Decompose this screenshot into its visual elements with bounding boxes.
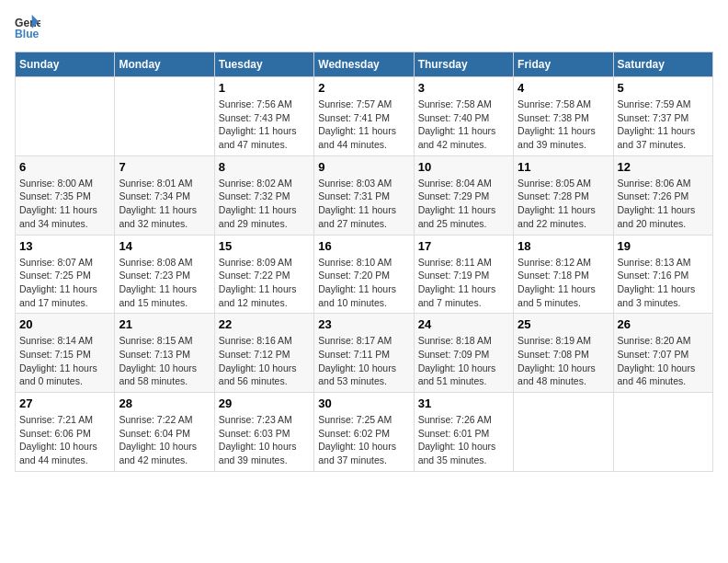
day-number: 22	[219, 317, 310, 331]
calendar-cell: 7Sunrise: 8:01 AM Sunset: 7:34 PM Daylig…	[115, 155, 214, 235]
header-day-friday: Friday	[514, 52, 613, 77]
calendar-cell: 13Sunrise: 8:07 AM Sunset: 7:25 PM Dayli…	[16, 235, 115, 314]
day-number: 21	[119, 317, 210, 331]
calendar-cell: 27Sunrise: 7:21 AM Sunset: 6:06 PM Dayli…	[16, 393, 115, 472]
day-number: 24	[418, 317, 509, 331]
calendar-cell: 9Sunrise: 8:03 AM Sunset: 7:31 PM Daylig…	[314, 155, 414, 235]
logo: General Blue	[15, 15, 44, 40]
day-number: 20	[19, 317, 110, 331]
day-info: Sunrise: 8:19 AM Sunset: 7:08 PM Dayligh…	[518, 334, 609, 388]
day-number: 16	[318, 239, 409, 253]
day-info: Sunrise: 8:12 AM Sunset: 7:18 PM Dayligh…	[518, 256, 609, 310]
calendar-cell: 8Sunrise: 8:02 AM Sunset: 7:32 PM Daylig…	[214, 155, 313, 235]
calendar-header-row: SundayMondayTuesdayWednesdayThursdayFrid…	[16, 52, 713, 77]
day-number: 8	[219, 160, 310, 174]
calendar-week-3: 13Sunrise: 8:07 AM Sunset: 7:25 PM Dayli…	[16, 235, 713, 314]
logo-icon: General Blue	[15, 15, 40, 40]
header-day-tuesday: Tuesday	[214, 52, 313, 77]
header-day-saturday: Saturday	[613, 52, 712, 77]
day-info: Sunrise: 8:18 AM Sunset: 7:09 PM Dayligh…	[418, 334, 509, 388]
day-number: 15	[219, 239, 310, 253]
day-info: Sunrise: 8:16 AM Sunset: 7:12 PM Dayligh…	[219, 334, 310, 388]
calendar-cell	[613, 393, 712, 472]
day-info: Sunrise: 8:14 AM Sunset: 7:15 PM Dayligh…	[19, 334, 110, 388]
day-info: Sunrise: 8:08 AM Sunset: 7:23 PM Dayligh…	[119, 256, 210, 310]
calendar-cell: 19Sunrise: 8:13 AM Sunset: 7:16 PM Dayli…	[613, 235, 712, 314]
day-number: 30	[318, 396, 409, 410]
day-info: Sunrise: 8:00 AM Sunset: 7:35 PM Dayligh…	[19, 177, 110, 231]
day-info: Sunrise: 7:21 AM Sunset: 6:06 PM Dayligh…	[19, 413, 110, 467]
calendar-cell: 18Sunrise: 8:12 AM Sunset: 7:18 PM Dayli…	[514, 235, 613, 314]
calendar-cell: 3Sunrise: 7:58 AM Sunset: 7:40 PM Daylig…	[414, 77, 513, 156]
calendar-cell: 16Sunrise: 8:10 AM Sunset: 7:20 PM Dayli…	[314, 235, 414, 314]
day-info: Sunrise: 7:58 AM Sunset: 7:38 PM Dayligh…	[518, 98, 609, 152]
day-info: Sunrise: 8:11 AM Sunset: 7:19 PM Dayligh…	[418, 256, 509, 310]
day-number: 2	[318, 81, 409, 95]
calendar-table: SundayMondayTuesdayWednesdayThursdayFrid…	[15, 52, 713, 472]
calendar-cell: 11Sunrise: 8:05 AM Sunset: 7:28 PM Dayli…	[514, 155, 613, 235]
day-info: Sunrise: 8:03 AM Sunset: 7:31 PM Dayligh…	[318, 177, 409, 231]
calendar-week-4: 20Sunrise: 8:14 AM Sunset: 7:15 PM Dayli…	[16, 314, 713, 393]
calendar-week-2: 6Sunrise: 8:00 AM Sunset: 7:35 PM Daylig…	[16, 155, 713, 235]
calendar-week-5: 27Sunrise: 7:21 AM Sunset: 6:06 PM Dayli…	[16, 393, 713, 472]
header-day-monday: Monday	[115, 52, 214, 77]
calendar-cell: 17Sunrise: 8:11 AM Sunset: 7:19 PM Dayli…	[414, 235, 513, 314]
day-info: Sunrise: 8:05 AM Sunset: 7:28 PM Dayligh…	[518, 177, 609, 231]
day-number: 1	[219, 81, 310, 95]
day-info: Sunrise: 8:09 AM Sunset: 7:22 PM Dayligh…	[219, 256, 310, 310]
day-number: 28	[119, 396, 210, 410]
day-info: Sunrise: 7:22 AM Sunset: 6:04 PM Dayligh…	[119, 413, 210, 467]
calendar-cell: 23Sunrise: 8:17 AM Sunset: 7:11 PM Dayli…	[314, 314, 414, 393]
calendar-cell: 31Sunrise: 7:26 AM Sunset: 6:01 PM Dayli…	[414, 393, 513, 472]
day-info: Sunrise: 7:59 AM Sunset: 7:37 PM Dayligh…	[618, 98, 709, 152]
calendar-cell: 25Sunrise: 8:19 AM Sunset: 7:08 PM Dayli…	[514, 314, 613, 393]
day-number: 25	[518, 317, 609, 331]
day-info: Sunrise: 7:57 AM Sunset: 7:41 PM Dayligh…	[318, 98, 409, 152]
calendar-cell: 28Sunrise: 7:22 AM Sunset: 6:04 PM Dayli…	[115, 393, 214, 472]
day-info: Sunrise: 7:25 AM Sunset: 6:02 PM Dayligh…	[318, 413, 409, 467]
calendar-week-1: 1Sunrise: 7:56 AM Sunset: 7:43 PM Daylig…	[16, 77, 713, 156]
day-number: 17	[418, 239, 509, 253]
header-day-wednesday: Wednesday	[314, 52, 414, 77]
calendar-cell: 29Sunrise: 7:23 AM Sunset: 6:03 PM Dayli…	[214, 393, 313, 472]
calendar-cell: 22Sunrise: 8:16 AM Sunset: 7:12 PM Dayli…	[214, 314, 313, 393]
day-number: 19	[618, 239, 709, 253]
calendar-cell: 1Sunrise: 7:56 AM Sunset: 7:43 PM Daylig…	[214, 77, 313, 156]
day-number: 29	[219, 396, 310, 410]
day-info: Sunrise: 8:07 AM Sunset: 7:25 PM Dayligh…	[19, 256, 110, 310]
day-number: 14	[119, 239, 210, 253]
day-number: 4	[518, 81, 609, 95]
day-number: 31	[418, 396, 509, 410]
day-info: Sunrise: 7:56 AM Sunset: 7:43 PM Dayligh…	[219, 98, 310, 152]
day-info: Sunrise: 7:23 AM Sunset: 6:03 PM Dayligh…	[219, 413, 310, 467]
calendar-cell: 20Sunrise: 8:14 AM Sunset: 7:15 PM Dayli…	[16, 314, 115, 393]
calendar-cell	[514, 393, 613, 472]
day-info: Sunrise: 7:26 AM Sunset: 6:01 PM Dayligh…	[418, 413, 509, 467]
svg-text:Blue: Blue	[15, 28, 40, 40]
day-number: 10	[418, 160, 509, 174]
calendar-cell: 30Sunrise: 7:25 AM Sunset: 6:02 PM Dayli…	[314, 393, 414, 472]
calendar-cell: 2Sunrise: 7:57 AM Sunset: 7:41 PM Daylig…	[314, 77, 414, 156]
calendar-cell: 15Sunrise: 8:09 AM Sunset: 7:22 PM Dayli…	[214, 235, 313, 314]
header-day-thursday: Thursday	[414, 52, 513, 77]
day-info: Sunrise: 8:10 AM Sunset: 7:20 PM Dayligh…	[318, 256, 409, 310]
header-day-sunday: Sunday	[16, 52, 115, 77]
calendar-cell	[16, 77, 115, 156]
calendar-cell	[115, 77, 214, 156]
calendar-cell: 4Sunrise: 7:58 AM Sunset: 7:38 PM Daylig…	[514, 77, 613, 156]
day-info: Sunrise: 7:58 AM Sunset: 7:40 PM Dayligh…	[418, 98, 509, 152]
day-number: 11	[518, 160, 609, 174]
calendar-cell: 26Sunrise: 8:20 AM Sunset: 7:07 PM Dayli…	[613, 314, 712, 393]
day-number: 12	[618, 160, 709, 174]
day-info: Sunrise: 8:06 AM Sunset: 7:26 PM Dayligh…	[618, 177, 709, 231]
calendar-cell: 24Sunrise: 8:18 AM Sunset: 7:09 PM Dayli…	[414, 314, 513, 393]
day-info: Sunrise: 8:20 AM Sunset: 7:07 PM Dayligh…	[618, 334, 709, 388]
day-number: 5	[618, 81, 709, 95]
day-number: 7	[119, 160, 210, 174]
day-info: Sunrise: 8:13 AM Sunset: 7:16 PM Dayligh…	[618, 256, 709, 310]
calendar-cell: 12Sunrise: 8:06 AM Sunset: 7:26 PM Dayli…	[613, 155, 712, 235]
day-info: Sunrise: 8:17 AM Sunset: 7:11 PM Dayligh…	[318, 334, 409, 388]
calendar-cell: 5Sunrise: 7:59 AM Sunset: 7:37 PM Daylig…	[613, 77, 712, 156]
day-info: Sunrise: 8:01 AM Sunset: 7:34 PM Dayligh…	[119, 177, 210, 231]
day-info: Sunrise: 8:15 AM Sunset: 7:13 PM Dayligh…	[119, 334, 210, 388]
